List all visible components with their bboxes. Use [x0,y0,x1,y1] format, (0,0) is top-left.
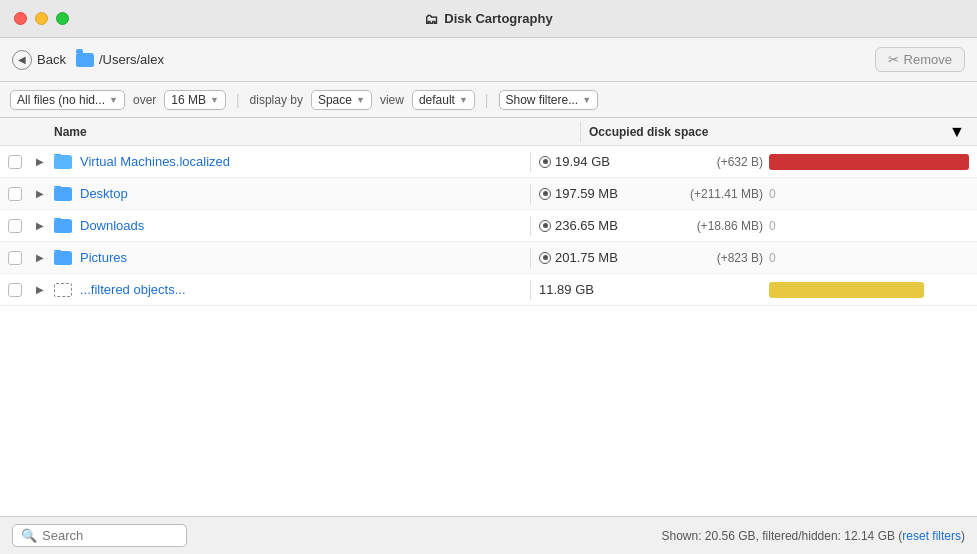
expand-button[interactable]: ▶ [32,250,54,266]
title-bar: 🗂 Disk Cartography [0,0,977,38]
row-checkbox[interactable] [8,187,32,201]
row-bar-container [769,282,969,298]
expand-button[interactable]: ▶ [32,218,54,234]
table-row[interactable]: ▶ Desktop 197.59 MB (+211.41 MB) 0 [0,178,977,210]
row-delta: (+823 B) [649,251,769,265]
search-icon: 🔍 [21,528,37,543]
radio-dot-icon [539,188,551,200]
separator2: | [485,92,489,108]
row-zero: 0 [769,187,776,201]
radio-dot-icon [539,156,551,168]
row-delta: (+632 B) [649,155,769,169]
chevron-down-icon: ▼ [210,95,219,105]
table-row[interactable]: ▶ Virtual Machines.localized 19.94 GB (+… [0,146,977,178]
table-row[interactable]: ▶ ...filtered objects... 11.89 GB [0,274,977,306]
folder-icon [54,155,72,169]
row-bar-container: 0 [769,219,969,233]
maximize-button[interactable] [56,12,69,25]
row-checkbox[interactable] [8,155,32,169]
table-row[interactable]: ▶ Pictures 201.75 MB (+823 B) 0 [0,242,977,274]
row-name: Virtual Machines.localized [54,154,522,169]
row-size: 197.59 MB [539,186,649,201]
row-size: 236.65 MB [539,218,649,233]
table-header: Name Occupied disk space ▼ [0,118,977,146]
col-divider [530,216,531,236]
row-checkbox[interactable] [8,283,32,297]
back-circle-icon: ◀ [12,50,32,70]
row-size: 201.75 MB [539,250,649,265]
folder-icon [54,187,72,201]
status-bar: 🔍 Shown: 20.56 GB, filtered/hidden: 12.1… [0,516,977,554]
col-divider [530,184,531,204]
header-name: Name [54,125,572,139]
radio-dot-icon [539,252,551,264]
col-divider [530,152,531,172]
expand-button[interactable]: ▶ [32,154,54,170]
row-name: Desktop [54,186,522,201]
size-filter-select[interactable]: 16 MB ▼ [164,90,226,110]
toolbar: ◀ Back /Users/alex ✂ Remove [0,38,977,82]
row-size: 11.89 GB [539,282,649,297]
view-select[interactable]: default ▼ [412,90,475,110]
row-checkbox[interactable] [8,251,32,265]
row-zero: 0 [769,219,776,233]
row-name: Downloads [54,218,522,233]
app-icon: 🗂 [424,11,438,27]
reset-filters-link[interactable]: reset filters [902,529,961,543]
minimize-button[interactable] [35,12,48,25]
show-filter-select[interactable]: Show filtere... ▼ [499,90,599,110]
chevron-down-icon: ▼ [109,95,118,105]
radio-dot-icon [539,220,551,232]
row-name: ...filtered objects... [54,282,522,297]
header-space: Occupied disk space [589,125,749,139]
chevron-down-icon: ▼ [582,95,591,105]
row-checkbox[interactable] [8,219,32,233]
folder-icon [54,251,72,265]
table-row[interactable]: ▶ Downloads 236.65 MB (+18.86 MB) 0 [0,210,977,242]
row-bar [769,282,924,298]
col-divider [530,280,531,300]
folder-icon [76,53,94,67]
row-bar-container [769,154,969,170]
chevron-down-icon: ▼ [459,95,468,105]
expand-button[interactable]: ▶ [32,282,54,298]
row-delta: (+211.41 MB) [649,187,769,201]
row-bar-container: 0 [769,187,969,201]
separator: | [236,92,240,108]
remove-button[interactable]: ✂ Remove [875,47,965,72]
close-button[interactable] [14,12,27,25]
file-table: Name Occupied disk space ▼ ▶ Virtual Mac… [0,118,977,516]
folder-icon [54,283,72,297]
row-bar-container: 0 [769,251,969,265]
sort-icon[interactable]: ▼ [949,123,969,141]
col-divider [530,248,531,268]
row-name: Pictures [54,250,522,265]
display-by-select[interactable]: Space ▼ [311,90,372,110]
col-divider [580,122,581,142]
folder-icon [54,219,72,233]
row-size: 19.94 GB [539,154,649,169]
expand-button[interactable]: ▶ [32,186,54,202]
remove-icon: ✂ [888,52,899,67]
chevron-down-icon: ▼ [356,95,365,105]
window-controls [14,12,69,25]
search-input[interactable] [42,528,172,543]
filter-bar: All files (no hid... ▼ over 16 MB ▼ | di… [0,82,977,118]
path-box: /Users/alex [76,52,865,67]
row-zero: 0 [769,251,776,265]
back-button[interactable]: ◀ Back [12,50,66,70]
files-filter-select[interactable]: All files (no hid... ▼ [10,90,125,110]
search-box[interactable]: 🔍 [12,524,187,547]
window-title: 🗂 Disk Cartography [424,11,552,27]
row-bar [769,154,969,170]
row-delta: (+18.86 MB) [649,219,769,233]
status-text: Shown: 20.56 GB, filtered/hidden: 12.14 … [197,529,965,543]
